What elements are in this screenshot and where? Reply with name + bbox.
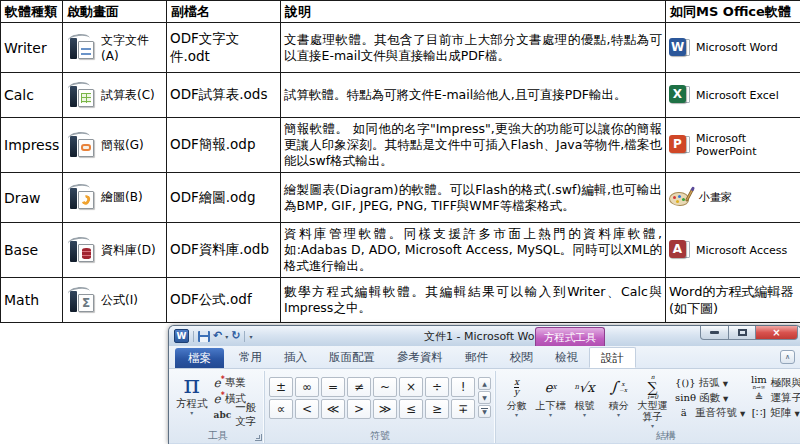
redo-icon[interactable]: ↻: [231, 329, 240, 343]
symbol-button[interactable]: ÷: [425, 377, 449, 397]
separator: [244, 331, 245, 342]
fraction-icon: xy: [500, 374, 533, 400]
ms-equivalent-label: Microsoft Excel: [696, 89, 779, 102]
function-button[interactable]: sinθ函數▾: [675, 391, 745, 405]
symbol-button[interactable]: ∝: [269, 399, 293, 419]
matrix-button[interactable]: [∷]矩陣▾: [750, 406, 800, 420]
group-tools: π 方程式 ▾ e專業e橫式abc一般文字 工具: [172, 371, 264, 443]
minimize-button[interactable]: [700, 326, 729, 340]
word-app-icon[interactable]: W: [174, 329, 189, 343]
symbols-more-button[interactable]: ▼: [478, 405, 491, 418]
operator-button[interactable]: ≜運算子▾: [750, 391, 800, 405]
ms-equivalent-label: Microsoft PowerPoint: [696, 132, 797, 158]
script-label: 上下標: [534, 400, 567, 411]
script-icon: ex: [534, 374, 567, 400]
scroll-down-button[interactable]: ▼: [478, 391, 491, 404]
minimize-icon: [710, 331, 719, 334]
fraction-button[interactable]: xy分數▾: [500, 374, 533, 429]
tab-view[interactable]: 檢視: [544, 347, 589, 368]
matrix-label: 矩陣: [770, 406, 791, 420]
tab-file[interactable]: 檔案: [175, 348, 224, 368]
contextual-tab-equation-tools[interactable]: 方程式工具: [535, 327, 605, 346]
collapse-ribbon-button[interactable]: ∧: [780, 350, 795, 364]
file-extension: ODF資料庫.odb: [167, 223, 281, 278]
script-button[interactable]: ex上下標▾: [534, 374, 567, 429]
radical-icon: n√x: [568, 374, 601, 400]
tab-review[interactable]: 校閱: [499, 347, 544, 368]
symbol-button[interactable]: ∓: [451, 399, 475, 419]
tab-mailings[interactable]: 郵件: [454, 347, 499, 368]
symbol-button[interactable]: ~: [373, 377, 397, 397]
symbol-button[interactable]: ≪: [321, 399, 345, 419]
large-operator-icon: n∑i=0: [636, 374, 669, 400]
large-operator-button[interactable]: n∑i=0大型運算子▾: [636, 374, 669, 429]
undo-icon[interactable]: ↶: [213, 329, 222, 343]
tab-design[interactable]: 設計: [589, 347, 636, 368]
symbol-button[interactable]: ∞: [295, 377, 319, 397]
file-extension: ODF簡報.odp: [167, 118, 281, 173]
professional-button[interactable]: e專業: [212, 375, 261, 390]
equation-button[interactable]: π 方程式 ▾: [176, 372, 208, 416]
operator-label: 運算子: [770, 391, 800, 405]
header-software-type: 軟體種類: [1, 1, 63, 23]
accent-button[interactable]: ä重音符號▾: [675, 406, 745, 420]
software-description: 數學方程式編輯軟體。其編輯結果可以輸入到Writer、Calc與Impress之…: [281, 278, 666, 323]
close-button[interactable]: ×: [756, 326, 798, 340]
chevron-down-icon: ▾: [723, 377, 728, 389]
bracket-button[interactable]: {()}括弧▾: [675, 376, 745, 390]
undo-dropdown-icon[interactable]: ▾: [225, 333, 228, 340]
bracket-icon: {()}: [675, 378, 696, 388]
symbol-button[interactable]: ×: [399, 377, 423, 397]
symbol-button[interactable]: ±: [269, 377, 293, 397]
scroll-up-button[interactable]: ▲: [478, 377, 491, 390]
table-row: Impress 簡報(G) ODF簡報.odp 簡報軟體。 如同他的名字"Imp…: [1, 118, 800, 173]
launch-menu-label: 試算表(C): [101, 87, 155, 104]
symbol-button[interactable]: !: [451, 377, 475, 397]
symbol-button[interactable]: ≫: [373, 399, 397, 419]
qat-customize-icon[interactable]: ▾: [249, 333, 252, 340]
accent-icon: ä: [675, 408, 692, 418]
file-extension: ODF繪圖.odg: [167, 173, 281, 223]
symbol-button[interactable]: >: [347, 399, 371, 419]
software-description: 簡報軟體。 如同他的名字"Impress",更強大的功能可以讓你的簡報更讓人印象…: [281, 118, 666, 173]
word-window: W ↶ ▾ ↻ ▾ 文件1 - Microsoft Word 方程式工具 × 檔…: [168, 325, 800, 444]
symbol-button[interactable]: ≤: [399, 399, 423, 419]
access-icon: A: [669, 240, 690, 260]
maximize-button[interactable]: [729, 326, 756, 340]
function-icon: sinθ: [675, 393, 696, 403]
integral-button[interactable]: ∫x−x積分▾: [602, 374, 635, 429]
dialog-launcher-icon[interactable]: [255, 434, 262, 441]
chevron-down-icon: ▾: [723, 392, 728, 404]
ms-equivalent-label: Microsoft Access: [696, 244, 787, 257]
calc-launch-icon: [66, 82, 96, 109]
radical-button[interactable]: n√x根號▾: [568, 374, 601, 429]
normal-text-label: 一般文字: [235, 401, 258, 429]
fraction-label: 分數: [500, 400, 533, 411]
header-extension: 副檔名: [167, 1, 281, 23]
normal-text-button[interactable]: abc一般文字: [212, 407, 261, 422]
tab-insert[interactable]: 插入: [273, 347, 318, 368]
tab-layout[interactable]: 版面配置: [318, 347, 386, 368]
software-description: 試算軟體。特點為可將文件E-mail給他人,且可直接PDF輸出。: [281, 73, 666, 118]
draw-launch-icon: [66, 184, 96, 211]
file-extension: ODF文字文件.odt: [167, 23, 281, 73]
table-row: Math 公式(I) ODF公式.odf 數學方程式編輯軟體。其編輯結果可以輸入…: [1, 278, 800, 323]
ribbon-tab-bar: 檔案常用插入版面配置參考資料郵件校閱檢視設計∧: [169, 346, 800, 369]
tab-references[interactable]: 參考資料: [386, 347, 454, 368]
writer-launch-icon: [66, 34, 96, 61]
software-name: Writer: [1, 23, 63, 73]
save-icon[interactable]: [198, 331, 210, 342]
impress-launch-icon: [66, 132, 96, 159]
symbol-button[interactable]: ≠: [347, 377, 371, 397]
limit-log-button[interactable]: limn→∞極限與對數▾: [750, 376, 800, 390]
symbol-button[interactable]: =: [321, 377, 345, 397]
software-description: 文書處理軟體。其包含了目前市上大部分文書處理的優點,特點為可以直接E-mail文…: [281, 23, 666, 73]
group-structures: xy分數▾ex上下標▾n√x根號▾∫x−x積分▾n∑i=0大型運算子▾ {()}…: [495, 371, 800, 443]
header-ms-equivalent: 如同MS Office軟體: [666, 1, 800, 23]
tab-home[interactable]: 常用: [228, 347, 273, 368]
chevron-down-icon: ▾: [602, 411, 635, 418]
chevron-down-icon: ▾: [794, 407, 799, 419]
symbol-button[interactable]: ≥: [425, 399, 449, 419]
table-row: Writer 文字文件(A) ODF文字文件.odt 文書處理軟體。其包含了目前…: [1, 23, 800, 73]
symbol-button[interactable]: <: [295, 399, 319, 419]
